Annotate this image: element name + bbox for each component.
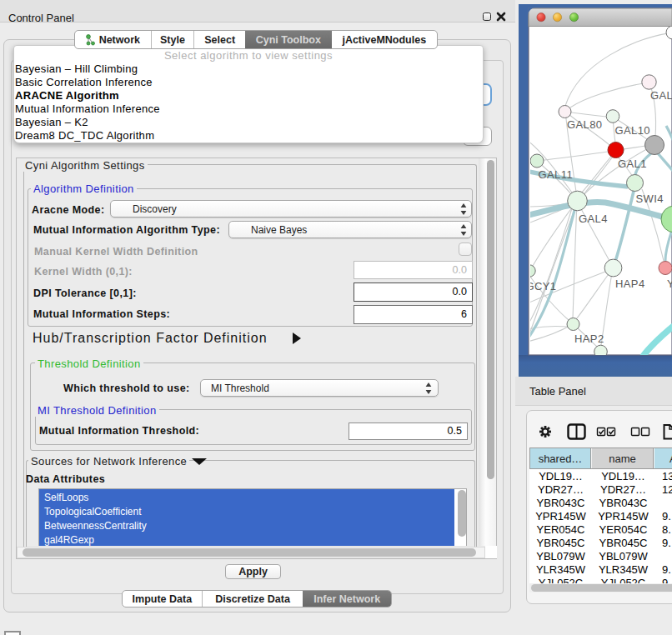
svg-text:GAL11: GAL11 <box>539 168 574 181</box>
svg-text:GAL4: GAL4 <box>579 212 608 225</box>
svg-text:YD: YD <box>667 278 672 290</box>
svg-text:GCY1: GCY1 <box>526 280 557 292</box>
svg-text:HAP2: HAP2 <box>574 332 604 345</box>
svg-text:GAL80: GAL80 <box>567 118 602 131</box>
svg-text:HAP4: HAP4 <box>615 278 645 290</box>
svg-text:GAL1: GAL1 <box>618 158 647 170</box>
svg-text:GAL10: GAL10 <box>615 124 650 137</box>
svg-text:GAL7: GAL7 <box>650 89 672 102</box>
svg-text:SWI4: SWI4 <box>636 192 664 205</box>
